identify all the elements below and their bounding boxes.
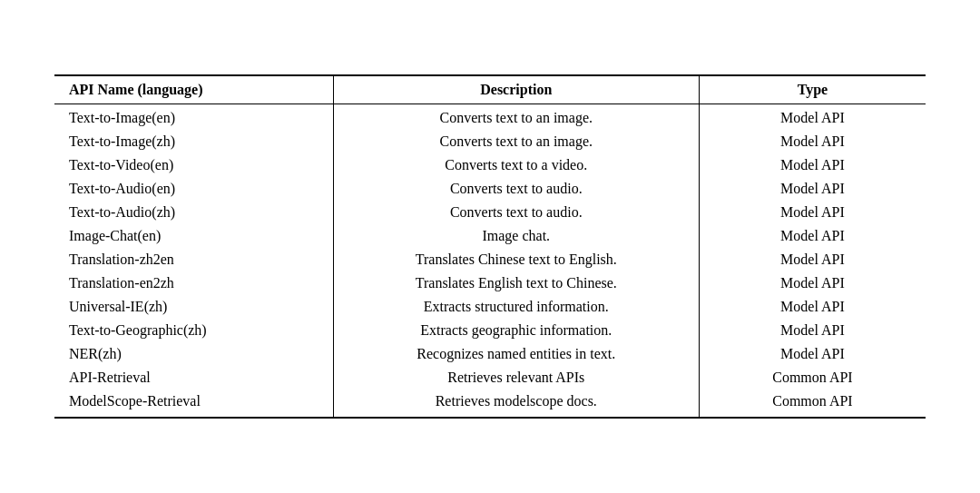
header-description: Description bbox=[333, 75, 699, 104]
header-api-name: API Name (language) bbox=[54, 75, 333, 104]
cell-description: Extracts geographic information. bbox=[333, 319, 699, 342]
cell-api-name: Image-Chat(en) bbox=[54, 224, 333, 248]
cell-description: Converts text to an image. bbox=[333, 104, 699, 131]
cell-description: Converts text to audio. bbox=[333, 201, 699, 224]
cell-description: Translates Chinese text to English. bbox=[333, 248, 699, 271]
api-table: API Name (language) Description Type Tex… bbox=[54, 74, 926, 419]
table-row: Text-to-Video(en)Converts text to a vide… bbox=[54, 153, 926, 177]
cell-api-name: ModelScope-Retrieval bbox=[54, 389, 333, 418]
cell-type: Model API bbox=[699, 153, 926, 177]
cell-api-name: Text-to-Audio(en) bbox=[54, 177, 333, 201]
table-row: Text-to-Image(zh)Converts text to an ima… bbox=[54, 130, 926, 153]
table-row: Text-to-Geographic(zh)Extracts geographi… bbox=[54, 319, 926, 342]
table-row: Text-to-Image(en)Converts text to an ima… bbox=[54, 104, 926, 131]
cell-description: Recognizes named entities in text. bbox=[333, 342, 699, 366]
cell-type: Model API bbox=[699, 271, 926, 295]
cell-description: Converts text to an image. bbox=[333, 130, 699, 153]
cell-type: Model API bbox=[699, 104, 926, 131]
table-row: API-RetrievalRetrieves relevant APIsComm… bbox=[54, 366, 926, 389]
cell-api-name: API-Retrieval bbox=[54, 366, 333, 389]
cell-api-name: Text-to-Video(en) bbox=[54, 153, 333, 177]
table-row: Image-Chat(en)Image chat.Model API bbox=[54, 224, 926, 248]
cell-description: Extracts structured information. bbox=[333, 295, 699, 319]
cell-type: Common API bbox=[699, 389, 926, 418]
cell-type: Model API bbox=[699, 342, 926, 366]
table-row: Universal-IE(zh)Extracts structured info… bbox=[54, 295, 926, 319]
table-row: Translation-zh2enTranslates Chinese text… bbox=[54, 248, 926, 271]
cell-api-name: Text-to-Image(zh) bbox=[54, 130, 333, 153]
table-container: API Name (language) Description Type Tex… bbox=[54, 74, 926, 419]
table-row: ModelScope-RetrievalRetrieves modelscope… bbox=[54, 389, 926, 418]
table-row: Text-to-Audio(zh)Converts text to audio.… bbox=[54, 201, 926, 224]
cell-type: Model API bbox=[699, 177, 926, 201]
cell-description: Converts text to a video. bbox=[333, 153, 699, 177]
cell-description: Translates English text to Chinese. bbox=[333, 271, 699, 295]
cell-api-name: Text-to-Geographic(zh) bbox=[54, 319, 333, 342]
cell-description: Retrieves relevant APIs bbox=[333, 366, 699, 389]
cell-description: Converts text to audio. bbox=[333, 177, 699, 201]
table-row: Text-to-Audio(en)Converts text to audio.… bbox=[54, 177, 926, 201]
header-type: Type bbox=[699, 75, 926, 104]
cell-type: Model API bbox=[699, 319, 926, 342]
cell-api-name: Text-to-Audio(zh) bbox=[54, 201, 333, 224]
cell-type: Model API bbox=[699, 201, 926, 224]
cell-type: Model API bbox=[699, 295, 926, 319]
cell-api-name: Text-to-Image(en) bbox=[54, 104, 333, 131]
cell-type: Model API bbox=[699, 248, 926, 271]
cell-api-name: Translation-zh2en bbox=[54, 248, 333, 271]
cell-api-name: Universal-IE(zh) bbox=[54, 295, 333, 319]
cell-description: Image chat. bbox=[333, 224, 699, 248]
cell-type: Common API bbox=[699, 366, 926, 389]
cell-type: Model API bbox=[699, 224, 926, 248]
table-header-row: API Name (language) Description Type bbox=[54, 75, 926, 104]
table-row: Translation-en2zhTranslates English text… bbox=[54, 271, 926, 295]
cell-description: Retrieves modelscope docs. bbox=[333, 389, 699, 418]
cell-api-name: Translation-en2zh bbox=[54, 271, 333, 295]
table-row: NER(zh)Recognizes named entities in text… bbox=[54, 342, 926, 366]
cell-api-name: NER(zh) bbox=[54, 342, 333, 366]
cell-type: Model API bbox=[699, 130, 926, 153]
